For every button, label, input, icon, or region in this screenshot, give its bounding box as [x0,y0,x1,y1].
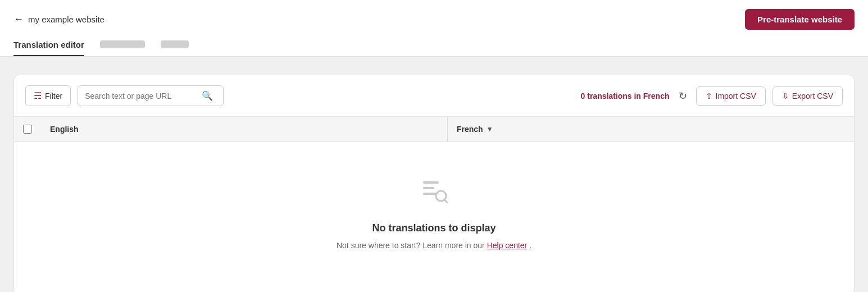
import-csv-button[interactable]: ⇧ Import CSV [696,86,766,106]
search-icon: 🔍 [202,90,213,101]
empty-subtitle-text: Not sure where to start? Learn more in o… [337,241,487,250]
pretranslate-button[interactable]: Pre-translate website [745,9,855,30]
tab-placeholder-2 [161,40,189,48]
svg-rect-1 [423,187,434,189]
export-csv-button[interactable]: ⇩ Export CSV [772,86,843,106]
back-arrow-icon: ← [13,13,24,25]
col-french-header[interactable]: French ▼ [448,117,854,142]
export-icon: ⇩ [782,92,789,101]
svg-line-4 [444,200,447,203]
back-link[interactable]: ← my example website [13,13,104,25]
table-header: English French ▼ [14,117,854,142]
help-center-link[interactable]: Help center [487,241,528,250]
select-all-checkbox[interactable] [23,125,32,134]
import-icon: ⇧ [706,92,712,101]
svg-rect-0 [423,181,439,184]
filter-label: Filter [45,92,62,101]
empty-state: No translations to display Not sure wher… [14,142,854,292]
tab-translation-editor[interactable]: Translation editor [13,34,84,56]
col-french-label: French [457,125,483,134]
svg-rect-2 [423,193,437,195]
col-english-header: English [41,117,448,142]
empty-subtitle-suffix: . [529,241,531,250]
refresh-button[interactable]: ↻ [676,88,689,104]
translations-count: 0 translations in French [581,92,670,101]
tab-placeholder-1 [100,40,145,48]
search-box: 🔍 [78,85,224,106]
chevron-down-icon: ▼ [487,125,493,133]
import-label: Import CSV [716,92,756,101]
select-all-col [14,117,41,142]
search-input[interactable] [85,92,197,101]
empty-subtitle: Not sure where to start? Learn more in o… [337,241,531,250]
site-name: my example website [28,15,104,24]
filter-button[interactable]: ☴ Filter [25,85,71,106]
toolbar-right: 0 translations in French ↻ ⇧ Import CSV … [581,86,843,106]
editor-card: ☴ Filter 🔍 0 translations in French ↻ ⇧ … [13,75,855,292]
empty-title: No translations to display [372,222,496,234]
filter-icon: ☴ [34,90,42,101]
toolbar: ☴ Filter 🔍 0 translations in French ↻ ⇧ … [14,75,854,117]
translations-language: French [643,92,670,101]
empty-search-icon [420,176,449,211]
translations-count-number: 0 translations in [581,92,643,101]
export-label: Export CSV [792,92,833,101]
toolbar-left: ☴ Filter 🔍 [25,85,224,106]
